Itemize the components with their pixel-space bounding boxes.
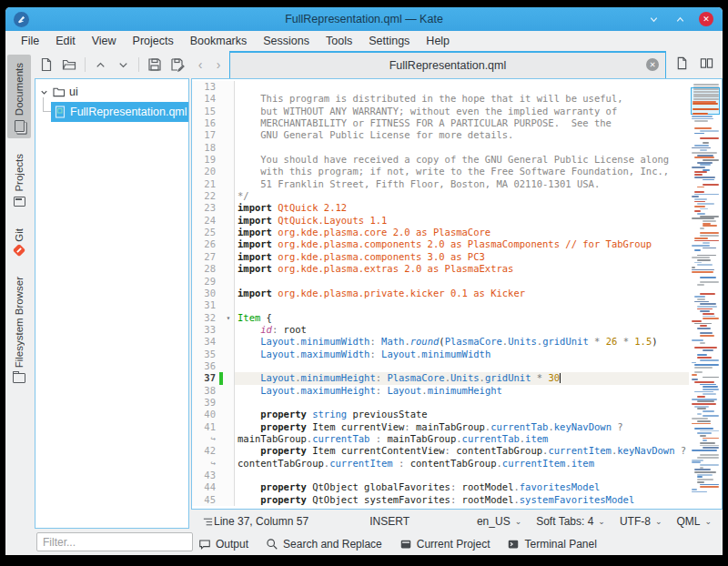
chevron-down-icon: ⌄ [655,517,662,526]
menu-item-tools[interactable]: Tools [318,33,360,49]
code-line[interactable]: 23import QtQuick 2.12 [192,202,722,214]
code-line[interactable]: 32▾Item { [192,312,722,324]
code-line[interactable]: 38 Layout.maximumHeight: Layout.minimumH… [192,385,722,397]
tree-row-file[interactable]: FullRepresentation.qml [35,102,188,122]
menu-item-settings[interactable]: Settings [360,33,418,49]
dock-tab-documents[interactable]: Documents [7,55,31,138]
selected-file-row[interactable]: FullRepresentation.qml [51,102,188,122]
go-up-icon[interactable] [94,56,108,73]
code-line[interactable]: 40 property string previousState [192,409,722,420]
dock-tab-git[interactable]: Git [7,220,31,262]
current-project-button[interactable]: Current Project [399,538,490,551]
menu-item-edit[interactable]: Edit [47,33,84,49]
filter-input[interactable] [36,532,193,551]
fold-marker [223,288,234,299]
project-icon [399,538,412,551]
code-line[interactable]: 13 [192,81,722,93]
minimize-icon[interactable] [646,12,661,26]
menu-item-sessions[interactable]: Sessions [255,33,318,49]
syntax-select[interactable]: QML⌄ [676,515,712,528]
line-indent-icon[interactable] [202,516,214,528]
menu-item-help[interactable]: Help [418,33,458,49]
code-line[interactable]: 41 property Item currentView: mainTabGro… [192,421,722,433]
code-line[interactable]: 25import org.kde.plasma.core 2.0 as Plas… [192,227,722,238]
tree-row-ui[interactable]: ui [35,82,188,102]
code-line[interactable]: 16 MERCHANTABILITY or FITNESS FOR A PART… [192,117,722,129]
code-line[interactable]: 29 [192,276,722,288]
fold-marker [223,117,234,129]
code-line[interactable]: 17 GNU General Public License for more d… [192,129,722,141]
code-line[interactable]: 35 Layout.maximumWidth: Layout.minimumWi… [192,349,722,360]
code-line[interactable]: 43 [192,470,722,481]
fold-marker [223,178,234,190]
code-line[interactable]: 36 [192,360,722,372]
tab-prev-icon[interactable]: ‹ [191,51,209,78]
code-line[interactable]: 26import org.kde.plasma.components 2.0 a… [192,238,722,250]
tab-next-icon[interactable]: › [209,51,228,78]
tab-close-icon[interactable]: ✕ [646,58,659,71]
code-line[interactable]: ↪contentTabGroup.currentItem : contentTa… [192,458,722,470]
maximize-icon[interactable] [672,12,687,26]
split-view-icon[interactable] [700,56,713,74]
code-line[interactable]: 21 51 Franklin Street, Fifth Floor, Bost… [192,178,722,190]
code-editor[interactable]: 1314 This program is distributed in the … [191,78,723,510]
code-line[interactable]: 33 id: root [192,324,722,336]
minimap-scrollbar[interactable] [691,80,720,508]
input-mode[interactable]: INSERT [369,515,410,528]
fold-marker [223,336,234,348]
chevron-down-icon: ⌄ [598,517,605,526]
dock-tab-projects[interactable]: Projects [7,146,31,213]
new-tab-icon[interactable] [675,56,689,74]
search-and-replace-button[interactable]: Search and Replace [266,538,382,551]
code-line[interactable]: 19 You should have received a copy of th… [192,154,722,166]
menu-item-projects[interactable]: Projects [125,33,182,49]
line-number: 38 [192,385,219,397]
code-text: MERCHANTABILITY or FITNESS FOR A PARTICU… [234,117,689,129]
encoding-select[interactable]: UTF-8⌄ [620,515,662,528]
line-number: 13 [192,81,219,93]
chevron-down-icon[interactable] [39,87,49,97]
line-number: 33 [192,324,219,336]
open-folder-icon[interactable] [62,56,76,73]
dock-tab-filesystem-browser[interactable]: Filesystem Browser [7,268,31,389]
close-icon[interactable]: ✕ [699,12,713,26]
projects-icon [14,197,25,207]
text-cursor [560,373,561,383]
code-line[interactable]: 31 [192,299,722,311]
code-line[interactable]: 28import org.kde.plasma.extras 2.0 as Pl… [192,263,722,275]
code-line[interactable]: 39 [192,397,722,409]
code-text: import org.kde.plasma.extras 2.0 as Plas… [234,263,689,275]
code-line[interactable]: ↪mainTabGroup.currentTab : mainTabGroup.… [192,433,722,445]
menu-item-view[interactable]: View [84,33,125,49]
code-line[interactable]: 30import org.kde.plasma.private.kicker 0… [192,288,722,299]
dock-tab-label: Projects [14,154,25,192]
code-line[interactable]: 15 but WITHOUT ANY WARRANTY; without eve… [192,106,722,117]
code-line[interactable]: 22*/ [192,190,722,202]
code-line[interactable]: 18 [192,142,722,154]
line-number: 37 [192,372,219,384]
code-text [234,397,689,409]
save-as-icon[interactable] [170,56,185,73]
save-icon[interactable] [147,56,162,73]
cursor-position[interactable]: Line 37, Column 57 [214,515,308,528]
code-line[interactable]: 34 Layout.minimumWidth: Math.round(Plasm… [192,336,722,348]
terminal-panel-button[interactable]: Terminal Panel [507,538,596,551]
code-line[interactable]: 45 property QtObject systemFavorites: ro… [192,494,722,506]
menu-item-bookmarks[interactable]: Bookmarks [182,33,256,49]
code-line[interactable]: 20 with this program; if not, write to t… [192,166,722,177]
new-document-icon[interactable] [39,56,54,73]
code-line[interactable]: 37 Layout.minimumHeight: PlasmaCore.Unit… [192,372,722,384]
code-line[interactable]: 27import org.kde.plasma.components 3.0 a… [192,251,722,263]
documents-icon [15,120,25,132]
menu-item-file[interactable]: File [13,33,47,49]
code-line[interactable]: 42 property Item currentContentView: con… [192,445,722,457]
code-line[interactable]: 14 This program is distributed in the ho… [192,93,722,105]
output-button[interactable]: Output [198,538,248,551]
go-down-icon[interactable] [116,56,131,73]
dictionary-select[interactable]: en_US⌄ [477,515,521,528]
tab-fullrepresentation[interactable]: FullRepresentation.qml ✕ [229,51,666,78]
code-line[interactable]: 44 property QtObject globalFavorites: ro… [192,481,722,493]
code-line[interactable]: 24import QtQuick.Layouts 1.1 [192,215,722,227]
tree-file-label: FullRepresentation.qml [70,106,187,118]
tab-mode-select[interactable]: Soft Tabs: 4⌄ [536,515,605,528]
